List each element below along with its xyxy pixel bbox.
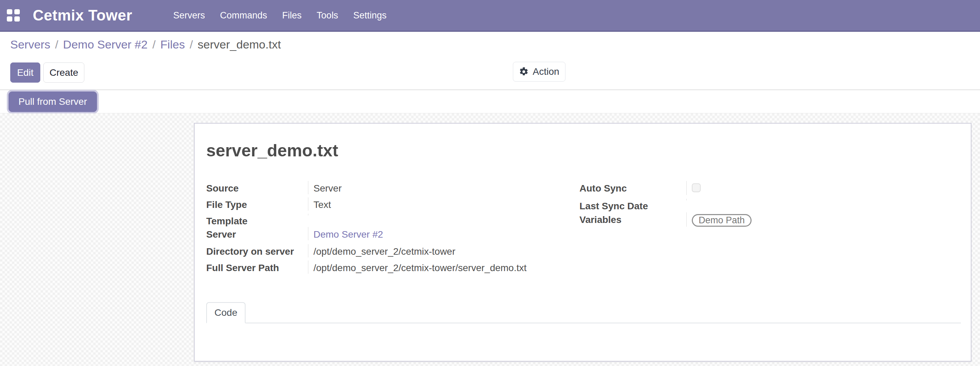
variable-tag-demo-path: Demo Path (692, 214, 752, 227)
field-value-template (308, 214, 580, 215)
pull-from-server-button[interactable]: Pull from Server (8, 91, 97, 112)
action-button-label: Action (533, 66, 559, 77)
brand-title[interactable]: Cetmix Tower (33, 7, 132, 24)
action-button[interactable]: Action (513, 62, 565, 81)
field-row-auto-sync: Auto Sync (579, 181, 832, 199)
field-value-directory-on-server: /opt/demo_server_2/cetmix-tower (308, 244, 580, 258)
field-label-last-sync-date: Last Sync Date (579, 199, 686, 212)
record-title: server_demo.txt (206, 141, 338, 161)
statusbar: Pull from Server (0, 90, 980, 113)
field-label-server: Server (206, 227, 308, 240)
field-value-server: Demo Server #2 (308, 227, 580, 240)
field-row-full-server-path: Full Server Path /opt/demo_server_2/cetm… (206, 261, 580, 277)
auto-sync-checkbox (692, 183, 701, 192)
form-sheet: server_demo.txt Source Server File Type … (194, 123, 972, 361)
field-label-auto-sync: Auto Sync (579, 181, 686, 194)
menu-item-files[interactable]: Files (282, 0, 302, 32)
field-group-right: Auto Sync Last Sync Date Variables Demo … (579, 181, 832, 228)
field-label-template: Template (206, 214, 308, 227)
field-row-file-type: File Type Text (206, 197, 580, 214)
menu-item-tools[interactable]: Tools (317, 0, 338, 32)
top-navbar: Cetmix Tower Servers Commands Files Tool… (0, 0, 980, 32)
gear-icon (519, 67, 528, 76)
breadcrumb-separator: / (55, 38, 58, 51)
menu-item-settings[interactable]: Settings (353, 0, 387, 32)
field-row-template: Template (206, 214, 580, 227)
field-label-file-type: File Type (206, 197, 308, 211)
field-value-last-sync-date (686, 199, 832, 201)
field-label-variables: Variables (579, 212, 686, 226)
breadcrumb-link-servers[interactable]: Servers (10, 38, 50, 51)
field-group-left: Source Server File Type Text Template Se… (206, 181, 580, 277)
field-value-auto-sync (686, 181, 832, 195)
breadcrumb-link-files[interactable]: Files (161, 38, 185, 51)
field-row-directory-on-server: Directory on server /opt/demo_server_2/c… (206, 244, 580, 261)
field-label-source: Source (206, 181, 308, 194)
breadcrumb-current: server_demo.txt (198, 38, 281, 51)
apps-grid-icon[interactable] (7, 9, 21, 22)
main-menu: Servers Commands Files Tools Settings (173, 0, 387, 32)
field-row-last-sync-date: Last Sync Date (579, 199, 832, 212)
menu-item-servers[interactable]: Servers (173, 0, 205, 32)
breadcrumb-separator: / (152, 38, 155, 51)
edit-button[interactable]: Edit (10, 62, 40, 83)
server-record-link[interactable]: Demo Server #2 (313, 229, 383, 240)
notebook-tabbar: Code (206, 302, 961, 323)
field-value-file-type: Text (308, 197, 580, 211)
tab-code[interactable]: Code (206, 302, 245, 323)
field-value-full-server-path: /opt/demo_server_2/cetmix-tower/server_d… (308, 261, 580, 274)
field-row-server: Server Demo Server #2 (206, 227, 580, 244)
breadcrumb-link-demo-server-2[interactable]: Demo Server #2 (63, 38, 148, 51)
create-button[interactable]: Create (43, 62, 84, 83)
field-value-variables: Demo Path (686, 212, 832, 227)
field-label-full-server-path: Full Server Path (206, 261, 308, 274)
field-label-directory-on-server: Directory on server (206, 244, 308, 258)
control-panel: Servers / Demo Server #2 / Files / serve… (0, 32, 980, 90)
field-row-source: Source Server (206, 181, 580, 197)
form-view-background: server_demo.txt Source Server File Type … (0, 113, 980, 366)
field-value-source: Server (308, 181, 580, 194)
breadcrumb: Servers / Demo Server #2 / Files / serve… (10, 38, 281, 51)
breadcrumb-separator: / (189, 38, 192, 51)
menu-item-commands[interactable]: Commands (220, 0, 267, 32)
field-row-variables: Variables Demo Path (579, 212, 832, 228)
